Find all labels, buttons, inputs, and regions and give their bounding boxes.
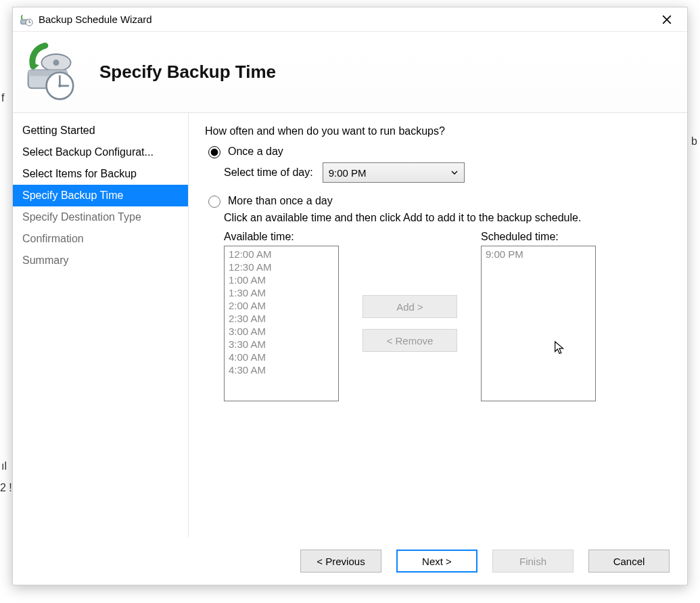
list-item[interactable]: 2:00 AM: [227, 299, 335, 312]
more-hint-text: Click an available time and then click A…: [224, 212, 668, 224]
radio-once-a-day-label[interactable]: Once a day: [228, 146, 283, 158]
main-panel: How often and when do you want to run ba…: [189, 113, 687, 537]
question-text: How often and when do you want to run ba…: [205, 125, 668, 137]
backup-schedule-icon: [20, 42, 80, 103]
close-button[interactable]: [653, 9, 680, 30]
previous-button[interactable]: < Previous: [300, 550, 381, 573]
list-item[interactable]: 3:00 AM: [227, 325, 335, 338]
background-fragment: 2 !: [0, 482, 12, 494]
wizard-step[interactable]: Getting Started: [13, 120, 188, 141]
radio-once-a-day[interactable]: [208, 146, 220, 158]
radio-more-than-once-label[interactable]: More than once a day: [228, 195, 333, 207]
scheduled-time-label: Scheduled time:: [481, 231, 596, 243]
scheduled-time-listbox[interactable]: 9:00 PM: [481, 246, 596, 401]
available-time-label: Available time:: [224, 231, 339, 243]
background-fragment: b: [691, 135, 697, 148]
available-time-listbox[interactable]: 12:00 AM12:30 AM1:00 AM1:30 AM2:00 AM2:3…: [224, 246, 339, 401]
wizard-step[interactable]: Select Backup Configurat...: [13, 141, 188, 163]
chevron-down-icon: [450, 167, 459, 179]
wizard-footer: < Previous Next > Finish Cancel: [13, 537, 687, 585]
list-item[interactable]: 1:30 AM: [227, 286, 335, 299]
list-item[interactable]: 9:00 PM: [484, 248, 592, 261]
finish-button[interactable]: Finish: [492, 550, 574, 573]
cancel-button[interactable]: Cancel: [588, 550, 670, 573]
list-item[interactable]: 2:30 AM: [227, 312, 335, 325]
svg-point-3: [53, 60, 60, 66]
wizard-steps-sidebar: Getting StartedSelect Backup Configurat.…: [13, 113, 189, 537]
window-title: Backup Schedule Wizard: [39, 14, 653, 25]
wizard-step[interactable]: Specify Destination Type: [13, 206, 188, 228]
list-item[interactable]: 4:00 AM: [227, 351, 335, 363]
wizard-step[interactable]: Confirmation: [13, 228, 188, 250]
list-item[interactable]: 12:00 AM: [227, 248, 335, 261]
add-button[interactable]: Add >: [363, 295, 457, 318]
wizard-step[interactable]: Summary: [13, 250, 188, 271]
page-title: Specify Backup Time: [99, 62, 276, 83]
wizard-step[interactable]: Specify Backup Time: [13, 185, 188, 206]
time-of-day-dropdown[interactable]: 9:00 PM: [323, 162, 465, 183]
list-item[interactable]: 3:30 AM: [227, 338, 335, 351]
remove-button[interactable]: < Remove: [363, 329, 457, 352]
app-icon: [20, 13, 33, 26]
next-button[interactable]: Next >: [396, 550, 477, 573]
titlebar: Backup Schedule Wizard: [13, 7, 687, 32]
radio-more-than-once[interactable]: [208, 196, 220, 208]
background-fragment: ıl: [1, 460, 7, 472]
wizard-window: Backup Schedule Wizard Specif: [12, 7, 688, 585]
header-band: Specify Backup Time: [13, 32, 687, 113]
list-item[interactable]: 4:30 AM: [227, 363, 335, 376]
list-item[interactable]: 12:30 AM: [227, 261, 335, 273]
wizard-step[interactable]: Select Items for Backup: [13, 163, 188, 185]
time-of-day-value: 9:00 PM: [329, 167, 367, 179]
select-time-label: Select time of day:: [224, 166, 313, 179]
background-fragment: f: [1, 92, 4, 104]
list-item[interactable]: 1:00 AM: [227, 273, 335, 286]
